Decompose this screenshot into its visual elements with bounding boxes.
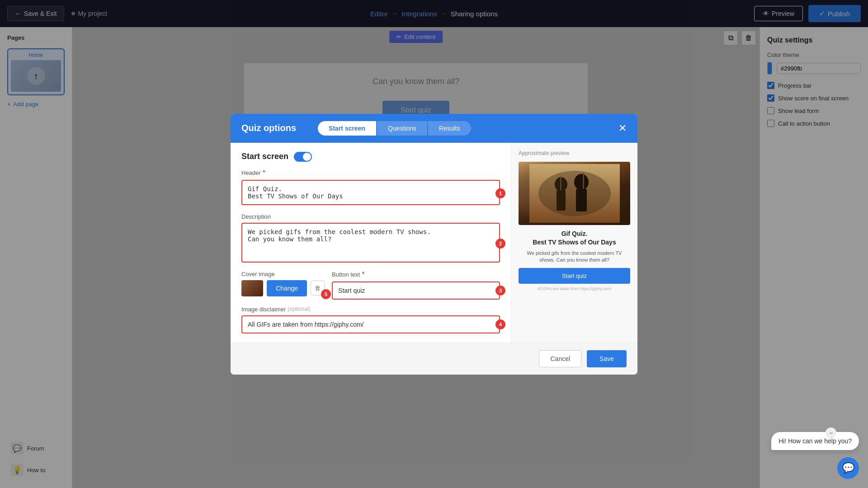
field-badge-1: 1 bbox=[495, 188, 505, 198]
svg-rect-7 bbox=[583, 173, 584, 189]
cover-image-section: Cover image Change 🗑 5 bbox=[241, 271, 325, 296]
chat-icon-container: 💬 bbox=[771, 457, 859, 479]
header-field-row: Header * Gif Quiz. Best TV Shows of Our … bbox=[241, 169, 500, 207]
chat-bubble-container: Hi! How can we help you? − bbox=[771, 432, 859, 454]
preview-cover-image bbox=[519, 162, 630, 225]
modal-header: Quiz options Start screen Questions Resu… bbox=[231, 114, 637, 143]
disclaimer-field-row: Image disclaimer (optional) 4 bbox=[241, 306, 500, 333]
svg-rect-3 bbox=[557, 190, 566, 211]
header-required: * bbox=[263, 169, 265, 177]
cover-button-row: Cover image Change 🗑 5 bbox=[241, 271, 500, 300]
button-text-label: Button text * bbox=[332, 271, 500, 279]
tab-results[interactable]: Results bbox=[428, 121, 471, 136]
modal-footer: Cancel Save bbox=[231, 343, 637, 375]
form-section-title: Start screen bbox=[241, 152, 288, 161]
modal-overlay[interactable]: Quiz options Start screen Questions Resu… bbox=[0, 0, 868, 488]
start-screen-toggle[interactable] bbox=[294, 152, 312, 162]
preview-quiz-title: Gif Quiz.Best TV Shows of Our Days bbox=[519, 230, 630, 247]
description-input-wrapper: We picked gifs from the coolest modern T… bbox=[241, 223, 500, 264]
chat-open-button[interactable]: 💬 bbox=[837, 457, 859, 479]
disclaimer-label: Image disclaimer (optional) bbox=[241, 306, 500, 313]
button-text-input-wrapper: 3 bbox=[332, 282, 500, 300]
svg-point-4 bbox=[574, 174, 589, 190]
disclaimer-input-wrapper: 4 bbox=[241, 315, 500, 333]
change-cover-button[interactable]: Change bbox=[267, 280, 307, 296]
header-input-wrapper: Gif Quiz. Best TV Shows of Our Days 1 bbox=[241, 180, 500, 207]
header-label: Header * bbox=[241, 169, 500, 177]
button-text-required: * bbox=[362, 271, 364, 279]
field-badge-2: 2 bbox=[495, 239, 505, 249]
preview-quiz-desc: We picked gifs from the coolest modern T… bbox=[519, 250, 630, 264]
cancel-button[interactable]: Cancel bbox=[539, 350, 581, 367]
form-section-header: Start screen bbox=[241, 152, 500, 162]
header-input[interactable]: Gif Quiz. Best TV Shows of Our Days bbox=[241, 180, 500, 205]
preview-disclaimer: All GIFs are taken from https://giphy.co… bbox=[519, 286, 630, 291]
field-badge-4: 4 bbox=[495, 319, 505, 329]
chat-minimize-button[interactable]: − bbox=[826, 427, 836, 438]
cover-thumbnail bbox=[241, 280, 263, 296]
disclaimer-optional: (optional) bbox=[288, 306, 310, 312]
button-text-input[interactable] bbox=[332, 282, 500, 300]
description-field-row: Description We picked gifs from the cool… bbox=[241, 213, 500, 264]
save-button[interactable]: Save bbox=[587, 350, 627, 367]
field-badge-5: 5 bbox=[321, 289, 331, 299]
modal-body: Start screen Header * Gif Quiz. Best TV … bbox=[231, 143, 637, 343]
warriors-svg bbox=[529, 164, 620, 223]
svg-rect-5 bbox=[576, 189, 587, 211]
button-text-section: Button text * 3 bbox=[332, 271, 500, 300]
quiz-options-modal: Quiz options Start screen Questions Resu… bbox=[231, 114, 637, 375]
tab-questions[interactable]: Questions bbox=[377, 121, 427, 136]
modal-form: Start screen Header * Gif Quiz. Best TV … bbox=[231, 143, 511, 343]
modal-title: Quiz options bbox=[241, 123, 296, 133]
chat-widget: Hi! How can we help you? − 💬 bbox=[771, 432, 859, 479]
cover-image-label: Cover image bbox=[241, 271, 325, 277]
disclaimer-input[interactable] bbox=[241, 315, 500, 333]
modal-preview-panel: Approximate preview bbox=[511, 143, 637, 343]
svg-point-1 bbox=[538, 171, 611, 216]
cover-image-controls: Change 🗑 5 bbox=[241, 280, 325, 296]
preview-start-button: Start quiz bbox=[519, 268, 630, 284]
chat-bubble: Hi! How can we help you? bbox=[771, 432, 859, 450]
cover-thumb-img bbox=[241, 280, 263, 296]
preview-warriors-bg bbox=[519, 162, 630, 225]
field-badge-3: 3 bbox=[495, 286, 505, 296]
description-label: Description bbox=[241, 213, 500, 220]
modal-close-button[interactable]: ✕ bbox=[618, 123, 627, 133]
svg-rect-6 bbox=[560, 177, 561, 190]
modal-tabs: Start screen Questions Results bbox=[318, 121, 471, 136]
tab-start-screen[interactable]: Start screen bbox=[318, 121, 376, 136]
description-input[interactable]: We picked gifs from the coolest modern T… bbox=[241, 223, 500, 263]
preview-label: Approximate preview bbox=[519, 150, 630, 156]
